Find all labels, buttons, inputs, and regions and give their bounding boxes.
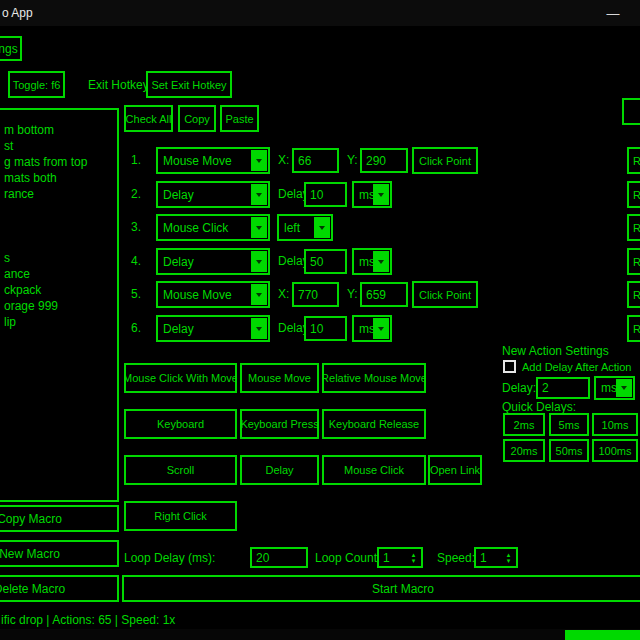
macro-list-item[interactable]: [0, 218, 117, 234]
paste-button[interactable]: Paste: [220, 105, 259, 132]
add-mouse-move-button[interactable]: Mouse Move: [240, 363, 319, 393]
y-input[interactable]: 659: [360, 282, 408, 307]
quick-delay-20ms-button[interactable]: 20ms: [503, 439, 545, 462]
quick-delay-100ms-button[interactable]: 100ms: [592, 439, 638, 462]
dropdown-arrow-icon[interactable]: [251, 184, 267, 205]
add-open-link-button[interactable]: Open Link: [428, 455, 482, 485]
dropdown-arrow-icon[interactable]: [373, 318, 389, 339]
quick-delay-2ms-button[interactable]: 2ms: [503, 413, 545, 436]
dropdown-arrow-icon[interactable]: [251, 251, 267, 272]
set-exit-hotkey-button[interactable]: Set Exit Hotkey: [146, 71, 232, 98]
dropdown-arrow-icon[interactable]: [251, 318, 267, 339]
y-label: Y:: [347, 153, 358, 167]
delay-input[interactable]: 50: [304, 249, 347, 274]
quick-delay-10ms-button[interactable]: 10ms: [592, 413, 638, 436]
macro-list-item[interactable]: [0, 202, 117, 218]
new-action-delay-label: Delay:: [502, 381, 536, 395]
macro-list-item[interactable]: orage 999: [0, 298, 117, 314]
dropdown-arrow-icon[interactable]: [251, 284, 267, 305]
dropdown-arrow-icon[interactable]: [251, 217, 267, 238]
dropdown-arrow-icon[interactable]: [616, 379, 632, 397]
delay-unit-dropdown[interactable]: ms: [352, 181, 392, 208]
macro-list-item[interactable]: rance: [0, 186, 117, 202]
remove-action-button[interactable]: R: [627, 181, 640, 208]
speed-stepper[interactable]: 1 ▴▾: [474, 547, 518, 568]
menu-tab-settings[interactable]: ngs: [0, 36, 22, 61]
add-keyboard-release-button[interactable]: Keyboard Release: [322, 409, 426, 439]
delay-unit-dropdown[interactable]: ms: [352, 315, 392, 342]
add-delay-button[interactable]: Delay: [240, 455, 319, 485]
action-type-dropdown[interactable]: Mouse Move: [156, 281, 270, 308]
copy-button[interactable]: Copy: [178, 105, 216, 132]
delete-macro-button[interactable]: Delete Macro: [0, 575, 119, 602]
macro-list-item[interactable]: s: [0, 250, 117, 266]
macro-list-item[interactable]: ckpack: [0, 282, 117, 298]
title-bar: o App —: [0, 0, 640, 26]
dropdown-arrow-icon[interactable]: [251, 150, 267, 171]
add-keyboard-press-button[interactable]: Keyboard Press: [240, 409, 319, 439]
delay-unit-dropdown[interactable]: ms: [352, 248, 392, 275]
action-type-dropdown[interactable]: Mouse Click: [156, 214, 270, 241]
loop-count-stepper[interactable]: 1 ▴▾: [377, 547, 423, 568]
action-type-dropdown[interactable]: Delay: [156, 315, 270, 342]
delay-input[interactable]: 10: [304, 316, 347, 341]
macro-list-item[interactable]: lip: [0, 314, 117, 330]
add-relative-mouse-move-button[interactable]: Relative Mouse Move: [322, 363, 426, 393]
remove-action-button[interactable]: R: [627, 214, 640, 241]
add-delay-after-action-checkbox[interactable]: [503, 360, 516, 373]
dropdown-arrow-icon[interactable]: [373, 184, 389, 205]
copy-macro-button[interactable]: Copy Macro: [0, 505, 119, 532]
macro-list[interactable]: m bottom st g mats from top mats both ra…: [0, 108, 119, 502]
macro-list-item[interactable]: g mats from top: [0, 154, 117, 170]
action-type-dropdown[interactable]: Delay: [156, 248, 270, 275]
start-macro-button[interactable]: Start Macro: [122, 575, 640, 602]
quick-delay-5ms-button[interactable]: 5ms: [549, 413, 589, 436]
add-mouse-click-with-move-button[interactable]: Mouse Click With Move: [124, 363, 237, 393]
x-input[interactable]: 66: [292, 148, 339, 173]
action-type-dropdown[interactable]: Delay: [156, 181, 270, 208]
click-point-button[interactable]: Click Point: [412, 147, 478, 174]
remove-action-button[interactable]: R: [627, 248, 640, 275]
y-label: Y:: [347, 287, 358, 301]
macro-list-item[interactable]: [0, 234, 117, 250]
spinner-down-icon[interactable]: ▾: [507, 558, 511, 564]
macro-list-item[interactable]: st: [0, 138, 117, 154]
macro-list-item[interactable]: ance: [0, 266, 117, 282]
delay-input[interactable]: 10: [304, 182, 347, 207]
action-row-number: 2.: [131, 187, 141, 201]
add-right-click-button[interactable]: Right Click: [124, 501, 237, 531]
check-all-button[interactable]: Check All: [124, 105, 173, 132]
action-type-dropdown[interactable]: Mouse Move: [156, 147, 270, 174]
mouse-button-value: left: [284, 221, 300, 235]
taskbar-green-block[interactable]: [565, 630, 640, 640]
action-row-number: 5.: [131, 287, 141, 301]
action-row-number: 1.: [131, 153, 141, 167]
x-label: X:: [278, 287, 289, 301]
speed-value: 1: [480, 551, 487, 565]
add-mouse-click-button[interactable]: Mouse Click: [322, 455, 426, 485]
click-point-button[interactable]: Click Point: [412, 281, 478, 308]
dropdown-arrow-icon[interactable]: [314, 217, 330, 238]
new-macro-button[interactable]: New Macro: [0, 540, 119, 567]
remove-action-button[interactable]: R: [627, 147, 640, 174]
add-scroll-button[interactable]: Scroll: [124, 455, 237, 485]
remove-action-button[interactable]: R: [627, 281, 640, 308]
dropdown-arrow-icon[interactable]: [373, 251, 389, 272]
macro-list-item[interactable]: mats both: [0, 170, 117, 186]
quick-delays-label: Quick Delays:: [502, 400, 576, 414]
add-keyboard-button[interactable]: Keyboard: [124, 409, 237, 439]
quick-delay-50ms-button[interactable]: 50ms: [549, 439, 589, 462]
remove-action-button[interactable]: R: [627, 315, 640, 342]
spinner-down-icon[interactable]: ▾: [412, 558, 416, 564]
mouse-button-dropdown[interactable]: left: [277, 214, 333, 241]
loop-delay-input[interactable]: 20: [250, 547, 308, 568]
x-input[interactable]: 770: [292, 282, 339, 307]
clipped-right-button[interactable]: [622, 98, 640, 125]
new-action-delay-input[interactable]: 2: [536, 377, 590, 399]
delay-unit-value: ms: [601, 381, 617, 395]
y-input[interactable]: 290: [360, 148, 408, 173]
toggle-hotkey-button[interactable]: Toggle: f6: [8, 71, 65, 98]
minimize-icon[interactable]: —: [596, 0, 630, 26]
new-action-delay-unit-dropdown[interactable]: ms: [594, 376, 635, 400]
macro-list-item[interactable]: m bottom: [0, 122, 117, 138]
